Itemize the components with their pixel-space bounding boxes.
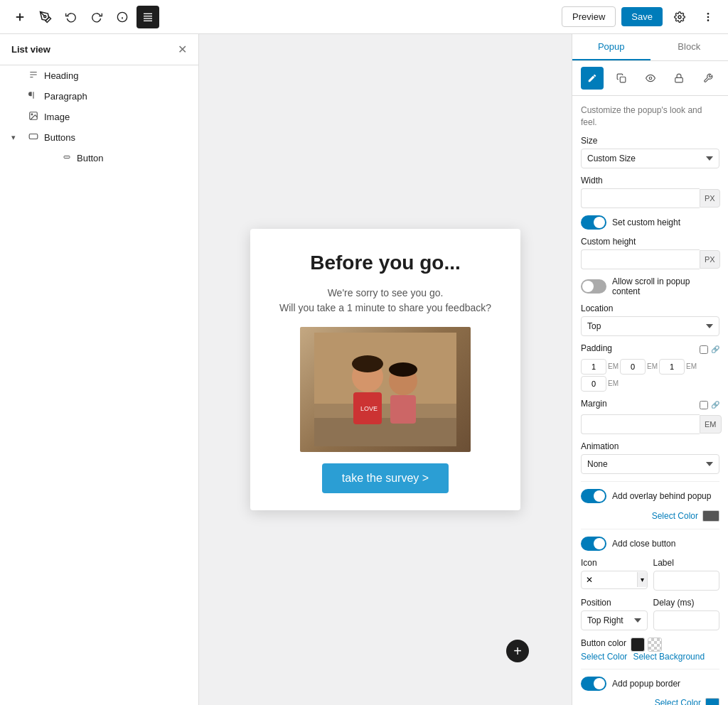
button-select-color-link[interactable]: Select Color bbox=[581, 652, 627, 662]
overlay-select-color-link[interactable]: Select Color bbox=[652, 511, 698, 521]
redo-button[interactable] bbox=[85, 6, 108, 28]
more-options-button[interactable] bbox=[697, 6, 719, 28]
padding-link-checkbox[interactable] bbox=[700, 345, 708, 354]
popup-image: LOVE bbox=[300, 327, 471, 452]
list-view-button[interactable] bbox=[136, 6, 159, 28]
delay-input[interactable]: 0 bbox=[653, 610, 720, 630]
position-label: Position bbox=[581, 598, 648, 608]
custom-height-unit: PX bbox=[700, 250, 720, 269]
custom-height-toggle-row: Set custom height bbox=[581, 215, 719, 230]
toolbar-left bbox=[9, 6, 159, 28]
animation-label: Animation bbox=[581, 441, 719, 451]
right-panel: Popup Block Customize the popup's look a… bbox=[572, 34, 728, 705]
survey-button[interactable]: take the survey > bbox=[322, 463, 449, 493]
icon-field-label: Icon bbox=[581, 558, 648, 568]
duplicate-icon[interactable] bbox=[610, 67, 633, 90]
view-icon[interactable] bbox=[639, 67, 662, 90]
pen-tool-button[interactable] bbox=[34, 6, 57, 28]
position-select[interactable]: Top RightTop LeftBottom RightBottom Left bbox=[581, 610, 648, 630]
border-color-row: Select Color bbox=[581, 698, 719, 705]
popup-title: Before you go... bbox=[310, 252, 461, 274]
add-block-canvas-button[interactable]: + bbox=[506, 640, 529, 662]
svg-text:LOVE: LOVE bbox=[360, 405, 378, 412]
svg-point-2 bbox=[44, 15, 46, 17]
tree-item-image[interactable]: Image bbox=[0, 107, 198, 127]
close-button-toggle[interactable] bbox=[581, 537, 606, 551]
tree-children-buttons: Button ⋮ bbox=[0, 148, 198, 168]
scroll-toggle[interactable] bbox=[581, 279, 606, 294]
right-panel-tabs: Popup Block bbox=[572, 34, 728, 61]
width-unit: PX bbox=[700, 189, 720, 208]
padding-right-input[interactable] bbox=[620, 359, 646, 375]
svg-rect-16 bbox=[29, 134, 38, 139]
close-button-label: Add close button bbox=[612, 539, 675, 549]
custom-height-toggle[interactable] bbox=[581, 215, 606, 230]
info-button[interactable] bbox=[111, 6, 134, 28]
list-view-header: List view ✕ bbox=[0, 34, 198, 65]
border-toggle-row: Add popup border bbox=[581, 677, 719, 691]
svg-rect-9 bbox=[144, 20, 152, 21]
padding-left-input[interactable] bbox=[581, 376, 606, 392]
animation-select[interactable]: NoneFadeSlide bbox=[581, 454, 719, 474]
scroll-label: Allow scroll in popup content bbox=[612, 276, 719, 296]
tree-item-paragraph[interactable]: Paragraph bbox=[0, 86, 198, 107]
svg-point-26 bbox=[352, 355, 383, 372]
padding-label: Padding bbox=[581, 343, 612, 353]
svg-rect-20 bbox=[314, 418, 456, 446]
location-label: Location bbox=[581, 303, 719, 313]
close-list-view-button[interactable]: ✕ bbox=[178, 43, 187, 56]
border-select-color-link[interactable]: Select Color bbox=[655, 698, 701, 705]
lock-icon[interactable] bbox=[668, 67, 690, 90]
tab-popup[interactable]: Popup bbox=[572, 34, 651, 60]
undo-button[interactable] bbox=[60, 6, 82, 28]
svg-rect-30 bbox=[675, 77, 683, 82]
svg-point-29 bbox=[649, 77, 652, 80]
settings-button[interactable] bbox=[668, 6, 691, 28]
scroll-toggle-row: Allow scroll in popup content bbox=[581, 276, 719, 296]
custom-height-input[interactable]: 460 bbox=[581, 249, 700, 269]
divider-1 bbox=[581, 481, 719, 482]
toolbar-right: Preview Save bbox=[562, 6, 719, 28]
preview-button[interactable]: Preview bbox=[562, 6, 616, 27]
location-field: Location TopCenterBottom bbox=[581, 303, 719, 336]
tree-item-button[interactable]: Button ⋮ bbox=[17, 148, 198, 168]
tree-item-heading[interactable]: Heading bbox=[0, 65, 198, 86]
svg-rect-25 bbox=[390, 395, 416, 424]
icon-selector-arrow[interactable]: ▾ bbox=[637, 572, 647, 587]
overlay-color-swatch[interactable] bbox=[702, 510, 719, 522]
margin-unit: EM bbox=[700, 415, 722, 434]
padding-top-input[interactable] bbox=[581, 359, 606, 375]
padding-bottom-input[interactable] bbox=[659, 359, 685, 375]
button-select-background-link[interactable]: Select Background bbox=[633, 652, 705, 662]
width-input[interactable]: 390 bbox=[581, 188, 700, 208]
image-label: Image bbox=[44, 112, 70, 122]
tree-item-buttons[interactable]: ▾ Buttons bbox=[0, 127, 198, 148]
wrench-icon[interactable] bbox=[697, 67, 719, 90]
toolbar: Preview Save bbox=[0, 0, 728, 34]
svg-point-27 bbox=[389, 362, 417, 377]
size-select[interactable]: Custom SizeSmallMediumLarge bbox=[581, 149, 719, 168]
rpanel-icons bbox=[572, 61, 728, 96]
location-select[interactable]: TopCenterBottom bbox=[581, 316, 719, 336]
label-input[interactable] bbox=[653, 571, 720, 591]
overlay-toggle[interactable] bbox=[581, 489, 606, 503]
margin-input[interactable]: 8 bbox=[581, 414, 700, 434]
button-color-swatch-transparent[interactable] bbox=[648, 637, 662, 652]
tab-block[interactable]: Block bbox=[651, 34, 729, 60]
border-toggle[interactable] bbox=[581, 677, 606, 691]
save-button[interactable]: Save bbox=[621, 7, 663, 26]
svg-point-15 bbox=[31, 114, 33, 115]
svg-point-11 bbox=[707, 13, 710, 15]
rpanel-body: Customize the popup's look and feel. Siz… bbox=[572, 96, 728, 705]
border-color-swatch[interactable] bbox=[705, 698, 719, 705]
close-button-toggle-row: Add close button bbox=[581, 537, 719, 551]
icon-selector[interactable]: ✕ ▾ bbox=[581, 571, 648, 589]
svg-rect-17 bbox=[64, 156, 70, 158]
button-color-section: Button color Select Color Select Backgro… bbox=[581, 637, 719, 662]
margin-link-checkbox[interactable] bbox=[700, 401, 708, 409]
svg-point-12 bbox=[707, 16, 710, 18]
edit-icon[interactable] bbox=[581, 67, 604, 90]
button-color-swatch-black[interactable] bbox=[631, 637, 645, 652]
svg-rect-28 bbox=[620, 77, 626, 82]
add-block-button[interactable] bbox=[9, 6, 31, 28]
